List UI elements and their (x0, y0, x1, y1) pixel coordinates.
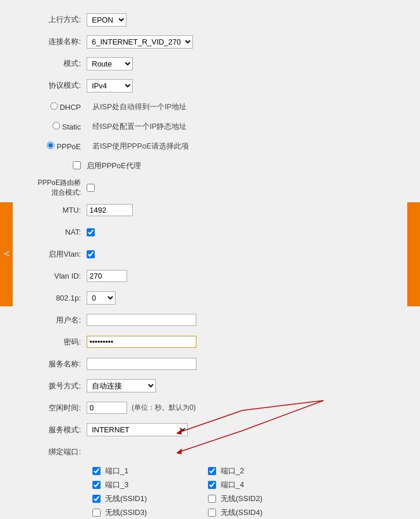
left-orange-bar: V (0, 202, 13, 306)
wireless2-checkbox[interactable] (208, 495, 216, 503)
dhcp-radio[interactable] (50, 102, 58, 110)
wireless4-label: 无线(SSID4) (221, 507, 262, 518)
idle-note: (单位：秒。默认为0) (132, 403, 196, 413)
pppoe-bridge-checkbox[interactable] (87, 184, 95, 192)
service-name-input[interactable] (87, 358, 196, 370)
uplink-control: EPON GPON (87, 13, 403, 27)
conn-select[interactable]: 6_INTERNET_R_VID_270 (87, 35, 193, 49)
port-grid-inner: 端口_1 端口_2 端口_3 端口_4 无线(SSID1) (92, 466, 403, 518)
wireless2-label: 无线(SSID2) (221, 494, 262, 504)
service-mode-row: 服务模式: INTERNET TR069 VOIP (17, 422, 403, 438)
password-input[interactable] (87, 336, 196, 348)
service-mode-control: INTERNET TR069 VOIP (87, 423, 403, 436)
wireless2-item: 无线(SSID2) (208, 494, 324, 504)
dial-mode-label: 拨号方式: (17, 381, 87, 391)
port-grid: 端口_1 端口_2 端口_3 端口_4 无线(SSID1) (92, 466, 403, 518)
vlan-id-control (87, 270, 403, 282)
pppoe-row: PPPoE 若ISP使用PPPoE请选择此项 (17, 139, 403, 154)
pppoe-proxy-row: 启用PPPoE代理 (17, 158, 403, 173)
port3-checkbox[interactable] (92, 481, 101, 489)
vlan-enable-row: 启用Vlan: (17, 246, 403, 262)
port4-item: 端口_4 (208, 480, 324, 490)
pppoe-bridge-label: PPPoE路由桥混合模式: (17, 178, 87, 198)
port2-checkbox[interactable] (208, 467, 216, 475)
port1-checkbox[interactable] (92, 467, 101, 475)
proto-label: 协议模式: (17, 80, 87, 91)
wireless3-item: 无线(SSID3) (92, 507, 208, 518)
username-label: 用户名: (17, 315, 87, 325)
port1-label: 端口_1 (105, 466, 128, 476)
mode-control: Route Bridge (87, 57, 403, 71)
conn-row: 连接名称: 6_INTERNET_R_VID_270 (17, 34, 403, 50)
mtu-label: MTU: (17, 206, 87, 214)
pppoe-desc: 若ISP使用PPPoE请选择此项 (92, 141, 189, 151)
dial-mode-row: 拨号方式: 自动连接 手动连接 按需连接 (17, 378, 403, 394)
port3-label: 端口_3 (105, 480, 128, 490)
port2-item: 端口_2 (208, 466, 324, 476)
pppoe-proxy-checkbox[interactable] (73, 161, 81, 169)
static-radio[interactable] (53, 122, 60, 129)
dhcp-desc: 从ISP处自动得到一个IP地址 (92, 102, 187, 112)
static-label: Static (62, 123, 81, 131)
dial-mode-select[interactable]: 自动连接 手动连接 按需连接 (87, 379, 156, 392)
proto-select[interactable]: IPv4 IPv6 (87, 79, 133, 92)
wireless1-checkbox[interactable] (92, 495, 101, 503)
vlan-enable-checkbox[interactable] (87, 250, 95, 258)
idle-control: (单位：秒。默认为0) (87, 402, 403, 414)
port4-checkbox[interactable] (208, 481, 216, 489)
form-content: 上行方式: EPON GPON 连接名称: 6_INTERNET_R_VID_2… (17, 0, 403, 519)
wireless4-item: 无线(SSID4) (208, 507, 324, 518)
vlan-id-label: Vlan ID: (17, 272, 87, 280)
uplink-select[interactable]: EPON GPON (87, 13, 127, 27)
pppoe-bridge-row: PPPoE路由桥混合模式: (17, 178, 403, 198)
mtu-input[interactable] (87, 204, 133, 216)
dhcp-label: DHCP (60, 103, 81, 112)
right-orange-bar (407, 202, 420, 306)
dial-mode-control: 自动连接 手动连接 按需连接 (87, 379, 403, 392)
password-label: 密码: (17, 337, 87, 347)
idle-row: 空闲时间: (单位：秒。默认为0) (17, 400, 403, 416)
mode-row: 模式: Route Bridge (17, 55, 403, 72)
proto-control: IPv4 IPv6 (87, 79, 403, 92)
static-desc: 经ISP处配置一个IP静态地址 (92, 121, 187, 132)
mode-select[interactable]: Route Bridge (87, 57, 133, 71)
service-mode-label: 服务模式: (17, 425, 87, 435)
dot1p-select[interactable]: 0 1 2 3 4 5 6 7 (87, 291, 116, 305)
port4-label: 端口_4 (221, 480, 244, 490)
vlan-enable-label: 启用Vlan: (17, 249, 87, 260)
wireless4-checkbox[interactable] (208, 509, 216, 517)
nat-control (87, 228, 403, 236)
nat-checkbox[interactable] (87, 228, 95, 236)
idle-label: 空闲时间: (17, 403, 87, 413)
pppoe-proxy-desc: 启用PPPoE代理 (87, 161, 141, 171)
conn-label: 连接名称: (17, 36, 87, 47)
pppoe-label-col: PPPoE (17, 142, 87, 151)
pppoe-proxy-label-col (17, 161, 87, 171)
dot1p-label: 802.1p: (17, 294, 87, 302)
dot1p-row: 802.1p: 0 1 2 3 4 5 6 7 (17, 290, 403, 306)
conn-control: 6_INTERNET_R_VID_270 (87, 35, 403, 49)
uplink-row: 上行方式: EPON GPON (17, 12, 403, 28)
vlan-id-input[interactable] (87, 270, 127, 282)
static-label-col: Static (17, 122, 87, 131)
service-name-label: 服务名称: (17, 359, 87, 369)
mtu-control (87, 204, 403, 216)
port1-item: 端口_1 (92, 466, 208, 476)
bind-port-label: 绑定端口: (17, 447, 87, 457)
vlan-id-row: Vlan ID: (17, 268, 403, 284)
username-input[interactable] (87, 314, 196, 326)
service-name-row: 服务名称: (17, 356, 403, 372)
username-row: 用户名: (17, 312, 403, 328)
mode-label: 模式: (17, 58, 87, 69)
static-row: Static 经ISP处配置一个IP静态地址 (17, 119, 403, 134)
left-bar-text: V (2, 251, 10, 257)
wireless3-checkbox[interactable] (92, 509, 101, 517)
pppoe-radio[interactable] (47, 142, 54, 149)
port3-item: 端口_3 (92, 480, 208, 490)
idle-input[interactable] (87, 402, 127, 414)
dhcp-label-col: DHCP (17, 102, 87, 112)
port2-label: 端口_2 (221, 466, 244, 476)
wireless1-label: 无线(SSID1) (105, 494, 147, 504)
password-control (87, 336, 403, 348)
service-mode-select[interactable]: INTERNET TR069 VOIP (87, 423, 188, 436)
